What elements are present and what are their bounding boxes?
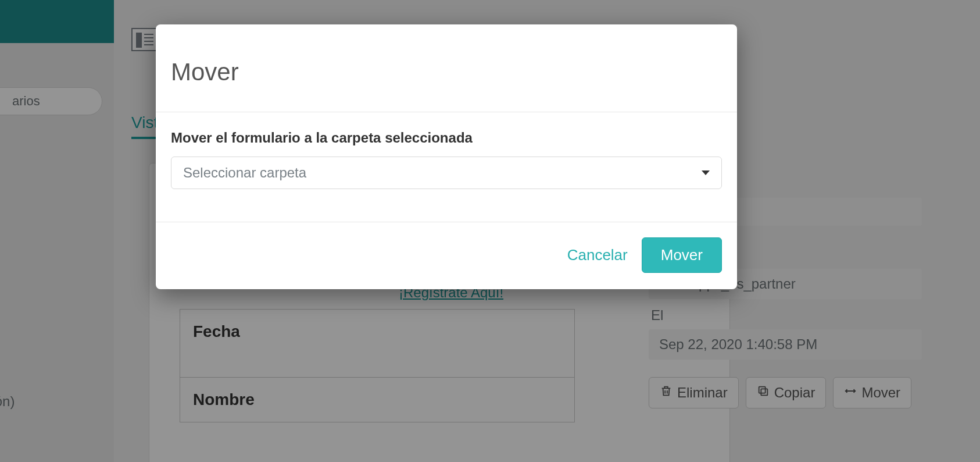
modal-title: Mover [171, 58, 722, 86]
caret-down-icon [702, 170, 710, 175]
folder-select[interactable]: Seleccionar carpeta [171, 157, 722, 189]
modal-body: Mover el formulario a la carpeta selecci… [156, 112, 737, 222]
modal-header: Mover [156, 24, 737, 112]
folder-select-placeholder: Seleccionar carpeta [183, 165, 306, 181]
cancel-button[interactable]: Cancelar [564, 240, 631, 270]
modal-footer: Cancelar Mover [156, 222, 737, 289]
move-modal: Mover Mover el formulario a la carpeta s… [156, 24, 737, 289]
confirm-move-button[interactable]: Mover [642, 237, 722, 273]
modal-body-label: Mover el formulario a la carpeta selecci… [171, 130, 722, 146]
